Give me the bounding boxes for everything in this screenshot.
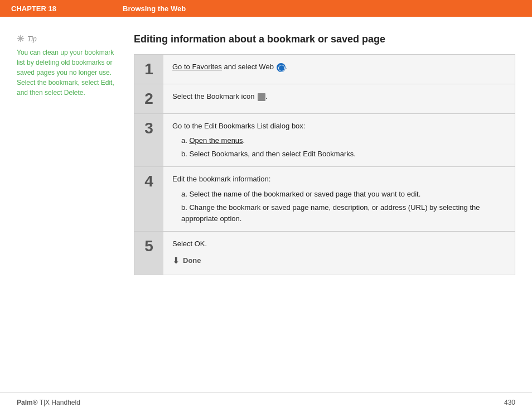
tip-asterisk-icon: ✳ (17, 33, 24, 44)
step-row-4: 4 Edit the bookmark information: a. Sele… (134, 167, 515, 232)
footer-brand-name: Palm® (17, 399, 38, 406)
main-content: Editing information about a bookmark or … (134, 33, 515, 381)
step3-subs: a. Open the menus. b. Select Bookmarks, … (172, 135, 506, 160)
steps-table: 1 Go to Favorites and select Web . 2 Sel… (134, 54, 515, 275)
done-label: Done (183, 255, 201, 266)
section-title: Editing information about a bookmark or … (134, 33, 515, 45)
step-num-5: 5 (134, 232, 163, 275)
step-row-5: 5 Select OK. ⬇ Done (134, 232, 515, 275)
content-area: ✳ Tip You can clean up your bookmark lis… (0, 17, 532, 392)
step1-link[interactable]: Go to Favorites (172, 63, 222, 71)
header-chapter: CHAPTER 18 (11, 4, 123, 13)
step4-sub-b: b. Change the bookmark or saved page nam… (181, 202, 506, 224)
step3-open-menus-link[interactable]: Open the menus (189, 136, 243, 145)
step5-text: Select OK. (172, 239, 207, 248)
step-row-1: 1 Go to Favorites and select Web . (134, 55, 515, 84)
step3-intro: Go to the Edit Bookmarks List dialog box… (172, 122, 305, 130)
step-content-4: Edit the bookmark information: a. Select… (163, 167, 515, 231)
step-content-1: Go to Favorites and select Web . (163, 55, 515, 84)
step-row-3: 3 Go to the Edit Bookmarks List dialog b… (134, 114, 515, 167)
step4-sub-a: a. Select the name of the bookmarked or … (181, 189, 506, 200)
step-num-1: 1 (134, 55, 163, 84)
sidebar: ✳ Tip You can clean up your bookmark lis… (17, 33, 134, 381)
footer-model: T|X (40, 399, 52, 406)
step3-sub-a: a. Open the menus. (181, 135, 506, 146)
step-content-5: Select OK. ⬇ Done (163, 232, 515, 275)
step-content-3: Go to the Edit Bookmarks List dialog box… (163, 114, 515, 166)
bookmark-icon (258, 93, 265, 101)
header-title: Browsing the Web (123, 4, 186, 13)
step1-text: and select Web (222, 63, 276, 71)
tip-header: ✳ Tip (17, 33, 123, 44)
step-num-3: 3 (134, 114, 163, 166)
step-row-2: 2 Select the Bookmark icon . (134, 84, 515, 114)
step3-sub-b: b. Select Bookmarks, and then select Edi… (181, 148, 506, 160)
footer-page-number: 430 (504, 399, 515, 406)
done-line: ⬇ Done (172, 254, 506, 268)
tip-label: Tip (27, 35, 37, 43)
done-arrow-icon: ⬇ (172, 254, 180, 268)
step4-intro: Edit the bookmark information: (172, 175, 270, 183)
header-bar: CHAPTER 18 Browsing the Web (0, 0, 532, 17)
tip-text: You can clean up your bookmark list by d… (17, 47, 123, 98)
step-num-4: 4 (134, 167, 163, 231)
step4-subs: a. Select the name of the bookmarked or … (172, 189, 506, 224)
footer-brand: Palm® T|X Handheld (17, 399, 80, 406)
step-num-2: 2 (134, 84, 163, 113)
footer: Palm® T|X Handheld 430 (0, 392, 532, 412)
step2-text: Select the Bookmark icon (172, 92, 257, 100)
step-content-2: Select the Bookmark icon . (163, 84, 515, 113)
web-icon (277, 63, 286, 72)
footer-device: Handheld (51, 399, 80, 406)
